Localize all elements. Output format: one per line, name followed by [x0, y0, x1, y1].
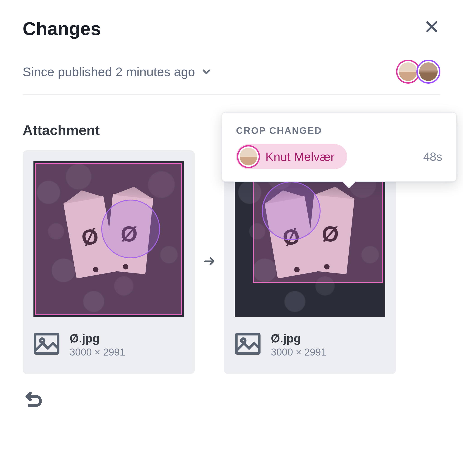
arrow-right-icon [203, 255, 216, 268]
collaborator-avatars [396, 60, 440, 84]
hotspot-circle [262, 182, 321, 240]
before-image[interactable]: Ø Ø [34, 161, 184, 317]
diff-row: Ø Ø Ø.jpg 3000 × 2991 Ø Ø [23, 150, 440, 374]
panel-subheader: Since published 2 minutes ago [23, 60, 440, 95]
change-tooltip: CROP CHANGED Knut Melvær 48s [222, 112, 457, 182]
chevron-down-icon [201, 67, 211, 77]
changes-panel: Changes Since published 2 minutes ago At… [0, 0, 463, 476]
chip-avatar [237, 145, 260, 168]
avatar-image [240, 148, 257, 166]
revert-button[interactable] [23, 390, 43, 410]
image-file-icon [235, 333, 261, 357]
diff-arrow [203, 255, 216, 270]
svg-point-3 [241, 339, 245, 343]
after-filename: Ø.jpg [271, 332, 326, 345]
after-image[interactable]: Ø Ø [235, 161, 385, 317]
svg-point-1 [40, 339, 44, 343]
before-dimensions: 3000 × 2991 [70, 346, 125, 358]
panel-title: Changes [23, 18, 101, 39]
user-chip[interactable]: Knut Melvær [236, 144, 347, 169]
hotspot-circle [101, 200, 160, 258]
close-button[interactable] [423, 18, 440, 36]
avatar-image [399, 62, 417, 81]
since-selector[interactable]: Since published 2 minutes ago [23, 64, 211, 79]
panel-header: Changes [23, 18, 440, 39]
tooltip-timestamp: 48s [423, 150, 442, 163]
after-dimensions: 3000 × 2991 [271, 346, 326, 358]
before-meta: Ø.jpg 3000 × 2991 [34, 332, 184, 358]
undo-icon [24, 391, 42, 409]
after-card: Ø Ø Ø.jpg 3000 × 2991 [224, 150, 396, 374]
tooltip-title: CROP CHANGED [236, 125, 442, 136]
close-icon [424, 19, 439, 34]
after-meta: Ø.jpg 3000 × 2991 [235, 332, 385, 358]
tooltip-content: Knut Melvær 48s [236, 144, 442, 169]
avatar-image [419, 62, 438, 81]
image-file-icon [34, 333, 60, 357]
before-card: Ø Ø Ø.jpg 3000 × 2991 [23, 150, 195, 374]
avatar-user-2[interactable] [416, 60, 440, 84]
chip-username: Knut Melvær [265, 150, 335, 164]
before-filename: Ø.jpg [70, 332, 125, 345]
since-label: Since published 2 minutes ago [23, 64, 195, 79]
